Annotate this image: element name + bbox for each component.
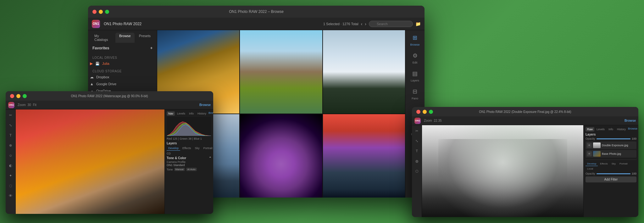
right-browse-label[interactable]: Browse	[625, 119, 636, 122]
left-photo-area[interactable]	[16, 109, 164, 214]
add-favorite-button[interactable]: +	[150, 46, 153, 50]
left-app-icon: ON1	[8, 102, 14, 108]
tool-transform[interactable]: ⤡	[7, 121, 14, 129]
tool-retouch[interactable]: ◌	[7, 182, 14, 189]
photo-cell-6[interactable]	[323, 114, 405, 198]
window-title: ON1 Photo RAW 2022 – Browse	[229, 9, 284, 14]
browse-btn-right[interactable]: Browse	[208, 111, 213, 116]
sidebar-item-julia[interactable]: ▶ 💾 Julia	[88, 60, 157, 67]
minimize-button[interactable]	[99, 10, 103, 14]
tab-nav[interactable]: Nav	[167, 111, 175, 116]
right-minimize-button[interactable]	[423, 110, 427, 114]
right-left-tools: ✂ ⤡ T ◍ ⬡	[412, 125, 422, 217]
sidebar-item-google-drive[interactable]: ▲ Google Drive	[88, 81, 157, 87]
right-tab-raw[interactable]: Raw	[586, 127, 594, 131]
opacity-value-2: 100	[632, 172, 636, 175]
layers-panel: 👁 Double Exposure.jpg 👁 Base Photo.jpg	[586, 142, 636, 158]
tool-faces[interactable]: ☺	[7, 152, 14, 159]
layer-row-1[interactable]: 👁 Double Exposure.jpg	[586, 142, 636, 149]
bottom-tab-sky[interactable]: Sky	[610, 162, 617, 166]
right-tool-crop[interactable]: ✂	[413, 127, 421, 135]
opacity-slider-1[interactable]	[597, 138, 630, 139]
browse-panel-label: Browse	[410, 43, 419, 46]
cloud-storage-label: Cloud Storage	[88, 67, 157, 74]
photo-cell-5[interactable]	[240, 114, 322, 198]
layer-row-2[interactable]: 👁 Base Photo.jpg	[586, 150, 636, 158]
left-maximize-button[interactable]	[23, 94, 27, 98]
left-window-title: ON1 Photo RAW 2022 (Waterscape.jpg @ 90.…	[71, 94, 148, 98]
layer-name-2: Base Photo.jpg	[602, 152, 621, 155]
folder-icon[interactable]: 📁	[415, 21, 421, 26]
tool-view[interactable]: 👁	[7, 192, 14, 199]
nav-prev-icon[interactable]: ‹	[361, 21, 363, 26]
photo-cell-3[interactable]	[323, 30, 405, 114]
right-browse-panel-btn[interactable]: Browse	[628, 127, 637, 131]
tab-info[interactable]: Info	[187, 111, 195, 116]
left-browse-label[interactable]: Browse	[199, 103, 211, 107]
sub-tab-sky[interactable]: Sky	[193, 146, 201, 151]
bottom-tab-portrait[interactable]: Portrait	[618, 162, 629, 166]
opacity-slider-2[interactable]	[597, 173, 630, 174]
search-input[interactable]	[369, 21, 413, 27]
right-panel-browse[interactable]: ⊞ Browse	[410, 33, 419, 46]
right-photo-area[interactable]	[422, 125, 583, 217]
sidebar-item-dropbox[interactable]: ☁ Dropbox	[88, 74, 157, 81]
tool-mix[interactable]: ◐	[7, 162, 14, 169]
right-tab-info[interactable]: Info	[607, 127, 615, 131]
tab-my-catalogs[interactable]: My Catalogs	[91, 33, 115, 43]
left-minimize-button[interactable]	[16, 94, 20, 98]
tone-ai-auto-btn[interactable]: AI Auto	[186, 168, 197, 171]
bottom-tab-effects[interactable]: Effects	[598, 162, 609, 166]
left-window: ON1 Photo RAW 2022 (Waterscape.jpg @ 90.…	[6, 91, 213, 214]
nav-next-icon[interactable]: ›	[365, 21, 366, 26]
tool-text[interactable]: T	[7, 131, 14, 139]
sub-tab-portrait[interactable]: Portrait	[202, 146, 213, 151]
tool-crop[interactable]: ✂	[7, 111, 14, 119]
right-close-button[interactable]	[416, 110, 420, 114]
bottom-panel-tabs: Develop Effects Sky Portrait Local	[586, 162, 636, 171]
layer-visibility-2[interactable]: 👁	[587, 151, 592, 156]
search-wrapper: 🔍	[369, 21, 413, 27]
add-filter-button[interactable]: Add Filter	[586, 176, 636, 182]
tone-expand-icon[interactable]: ⌃	[209, 156, 211, 160]
sub-tab-develop[interactable]: Develop	[167, 146, 180, 151]
maximize-button[interactable]	[105, 10, 109, 14]
layer-visibility-1[interactable]: 👁	[587, 143, 592, 148]
right-tab-history[interactable]: History	[615, 127, 627, 131]
google-drive-icon: ▲	[90, 82, 94, 86]
tool-refine[interactable]: ✦	[7, 172, 14, 179]
bottom-tab-develop[interactable]: Develop	[586, 162, 598, 166]
edit-panel-icon: ⚙	[411, 51, 419, 60]
sub-tab-effects[interactable]: Effects	[181, 146, 192, 151]
favorites-section: Favorites +	[88, 43, 157, 53]
photo-cell-2[interactable]	[240, 30, 322, 114]
right-tool-mask[interactable]: ⬡	[413, 167, 421, 175]
right-tool-text[interactable]: T	[413, 147, 421, 155]
right-panel-tabs: Raw Levels Info History Browse	[586, 127, 636, 131]
close-button[interactable]	[92, 10, 97, 14]
bottom-tab-local[interactable]: Local	[586, 167, 595, 171]
right-panel-layers[interactable]: ▤ Layers	[411, 69, 419, 82]
right-layers-label: Layers	[586, 133, 636, 136]
tab-presets[interactable]: Presets	[135, 33, 154, 43]
right-traffic-lights	[416, 110, 433, 114]
tab-levels[interactable]: Levels	[175, 111, 187, 116]
right-tool-local[interactable]: ◍	[413, 157, 421, 165]
tool-heal[interactable]: ⊕	[7, 142, 14, 149]
layers-panel-icon: ▤	[411, 69, 419, 78]
right-panel-pano[interactable]: ⊟ Pano	[411, 87, 419, 100]
right-panel-edit[interactable]: ⚙ Edit	[411, 51, 419, 64]
tab-history[interactable]: History	[196, 111, 208, 116]
opacity-label-1: Opacity	[586, 137, 595, 140]
right-tab-levels[interactable]: Levels	[595, 127, 606, 131]
drive-icon: 💾	[95, 62, 100, 66]
selection-status: 1 Selected · 1276 Total	[323, 22, 358, 26]
tone-label: Tone	[167, 168, 173, 171]
right-title-bar: ON1 Photo RAW 2022 (Double Exposure Fina…	[412, 107, 638, 116]
right-maximize-button[interactable]	[429, 110, 433, 114]
left-close-button[interactable]	[10, 94, 14, 98]
tab-browse[interactable]: Browse	[115, 33, 135, 43]
tone-manual-btn[interactable]: Manual	[174, 168, 185, 171]
right-tool-transform[interactable]: ⤡	[413, 137, 421, 145]
sidebar-tabs: My Catalogs Browse Presets	[88, 30, 157, 43]
